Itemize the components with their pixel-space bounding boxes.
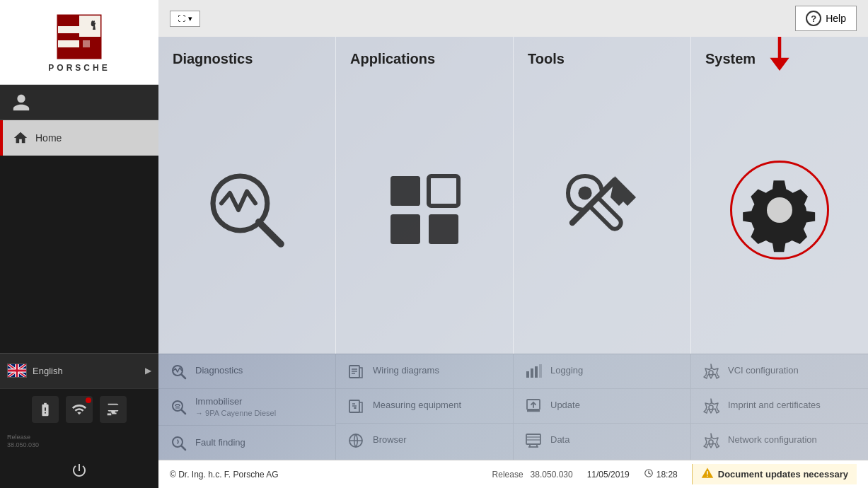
svg-rect-5 [58, 47, 79, 58]
sidebar-status-icons [0, 388, 158, 431]
clock-icon [644, 468, 654, 480]
main-content: ⛶ ▾ ? Help Diagnostics [158, 0, 868, 488]
red-circle-indicator [730, 161, 829, 260]
alert-text: Document updates necessary [718, 469, 848, 480]
category-grid: Diagnostics Applications [158, 37, 868, 354]
status-alert: Document updates necessary [692, 464, 857, 484]
release-info: Release 38.050.030 [492, 470, 573, 480]
svg-line-17 [572, 180, 615, 223]
time-area: 18:28 [644, 468, 678, 480]
diagnostics-icon [204, 168, 289, 252]
tools-icon-area [528, 74, 676, 347]
category-tile-diagnostics[interactable]: Diagnostics [158, 37, 336, 354]
alert-triangle-icon [701, 467, 714, 482]
language-label: English [33, 366, 145, 376]
notification-badge [86, 397, 91, 403]
device-icon [105, 402, 121, 417]
wifi-icon [71, 402, 87, 417]
battery-icon [37, 402, 53, 417]
svg-rect-4 [58, 40, 79, 47]
diagnostics-icon-area [173, 74, 321, 347]
device-status-icon[interactable] [100, 396, 127, 423]
system-icon-wrapper [705, 74, 854, 347]
language-flag-icon [7, 364, 27, 378]
status-bar: © Dr. Ing. h.c. F. Porsche AG Release 38… [158, 460, 868, 488]
sidebar-language-selector[interactable]: English ▶ [0, 353, 158, 388]
expand-button[interactable]: ⛶ ▾ [170, 11, 200, 27]
help-label: Help [826, 13, 846, 24]
date-text: 11/05/2019 [587, 470, 630, 480]
home-icon [13, 130, 28, 146]
sidebar-user-button[interactable] [0, 85, 158, 120]
category-tile-applications[interactable]: Applications [336, 37, 514, 354]
sidebar-item-home[interactable]: Home [0, 120, 158, 156]
copyright-text: © Dr. Ing. h.c. F. Porsche AG [170, 470, 478, 480]
svg-marker-19 [770, 58, 789, 71]
svg-rect-15 [429, 214, 458, 244]
help-circle-icon: ? [806, 11, 821, 26]
porsche-crest-icon [54, 12, 104, 62]
svg-line-11 [259, 222, 281, 244]
category-tile-tools[interactable]: Tools [514, 37, 691, 354]
category-tile-system[interactable]: System [691, 37, 868, 354]
expand-chevron-icon: ▾ [188, 14, 192, 23]
release-version: 38.050.030 [7, 441, 39, 448]
diagnostics-title: Diagnostics [173, 51, 253, 67]
applications-icon [382, 168, 467, 252]
wifi-status-icon[interactable] [66, 396, 93, 423]
applications-title: Applications [350, 51, 435, 67]
sidebar: PORSCHE Home [0, 0, 158, 488]
svg-point-55 [707, 475, 708, 477]
home-label: Home [35, 132, 62, 144]
porsche-brand-text: PORSCHE [48, 63, 110, 73]
tools-icon [560, 168, 644, 252]
svg-rect-14 [390, 214, 420, 244]
power-icon [71, 462, 88, 479]
svg-rect-13 [429, 176, 458, 206]
sidebar-power-button[interactable] [0, 453, 158, 488]
svg-line-53 [649, 473, 650, 474]
release-prefix-text: Release [492, 470, 523, 480]
system-title: System [705, 51, 756, 67]
battery-status-icon[interactable] [32, 396, 59, 423]
user-icon [11, 93, 31, 112]
release-label: Release [7, 434, 30, 441]
category-area: Diagnostics Applications [158, 37, 868, 460]
release-number-text: 38.050.030 [531, 470, 573, 480]
sidebar-release-info: Release 38.050.030 [0, 431, 158, 453]
svg-point-16 [578, 187, 591, 200]
sidebar-logo: PORSCHE [0, 0, 158, 85]
expand-icon: ⛶ [178, 14, 185, 23]
applications-icon-area [350, 74, 499, 347]
language-chevron-icon: ▶ [145, 366, 151, 376]
header-bar: ⛶ ▾ ? Help [158, 0, 868, 37]
svg-rect-6 [79, 16, 100, 37]
svg-rect-12 [390, 176, 420, 206]
help-button[interactable]: ? Help [795, 6, 857, 31]
svg-rect-2 [58, 26, 79, 33]
red-arrow-indicator [769, 35, 790, 74]
svg-rect-1 [58, 16, 79, 26]
time-text: 18:28 [656, 470, 678, 480]
porsche-logo: PORSCHE [48, 12, 110, 73]
sidebar-spacer [0, 156, 158, 353]
svg-rect-3 [58, 33, 79, 40]
tools-title: Tools [528, 51, 565, 67]
